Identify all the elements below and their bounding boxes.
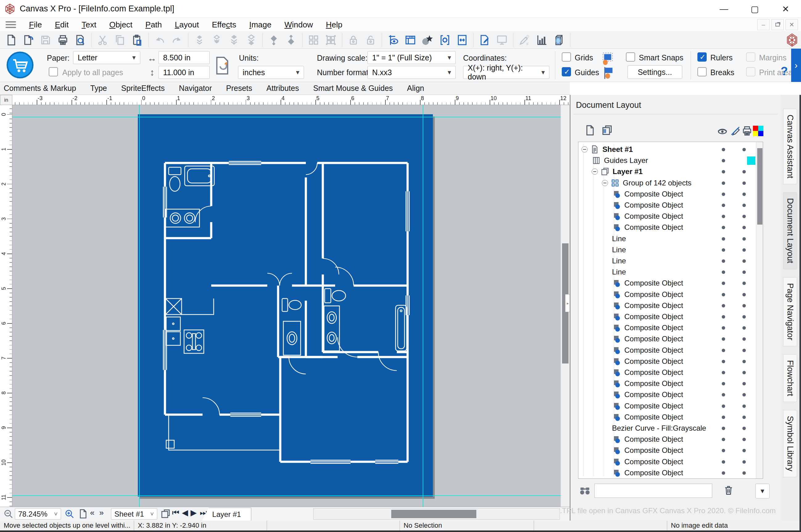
undo-icon[interactable] <box>151 33 168 47</box>
visibility-dot[interactable] <box>722 170 725 173</box>
send-backward-icon[interactable] <box>208 33 225 47</box>
print-dot[interactable] <box>742 170 746 173</box>
menu-layout[interactable]: Layout <box>175 20 199 30</box>
new-sheet-icon[interactable] <box>78 509 88 519</box>
paper-select[interactable]: Letter <box>73 51 140 64</box>
side-tab-document-layout[interactable]: Document Layout <box>783 192 797 269</box>
move-up-one-level-icon[interactable] <box>265 33 283 47</box>
visibility-dot[interactable] <box>722 404 725 408</box>
visibility-dot[interactable] <box>722 460 725 463</box>
tree-row-line[interactable]: Line <box>578 255 756 266</box>
visibility-dot[interactable] <box>722 237 725 241</box>
tree-row-group-of-142-objects[interactable]: Group of 142 objects <box>578 177 756 189</box>
open-document-icon[interactable] <box>20 33 37 47</box>
print-dot[interactable] <box>742 182 746 185</box>
tree-row-composite-object[interactable]: Composite Object <box>578 456 756 467</box>
move-down-one-level-icon[interactable] <box>283 33 300 47</box>
tree-row-composite-object[interactable]: Composite Object <box>578 200 756 211</box>
print-dot[interactable] <box>742 204 746 207</box>
paper-height-input[interactable]: 11.000 in <box>159 66 210 79</box>
save-document-icon[interactable] <box>37 33 54 47</box>
print-dot[interactable] <box>742 304 746 307</box>
tree-row-sheet-1[interactable]: Sheet #1 <box>578 144 756 155</box>
tab-attributes[interactable]: Attributes <box>267 84 299 93</box>
menu-file[interactable]: File <box>29 20 42 30</box>
print-dot[interactable] <box>742 248 746 252</box>
hamburger-icon[interactable] <box>5 21 16 28</box>
visibility-dot[interactable] <box>722 315 725 319</box>
print-dot[interactable] <box>742 438 746 441</box>
print-dot[interactable] <box>742 382 746 385</box>
visibility-dot[interactable] <box>722 148 725 151</box>
print-dot[interactable] <box>742 293 746 296</box>
tree-row-line[interactable]: Line <box>578 233 756 244</box>
side-tab-flowchart[interactable]: Flowchart <box>783 354 797 402</box>
lock-icon[interactable] <box>345 33 362 47</box>
lens-3d-icon[interactable] <box>550 33 568 47</box>
menu-object[interactable]: Object <box>109 20 132 30</box>
tree-row-composite-object[interactable]: Composite Object <box>578 278 756 289</box>
group-objects-icon[interactable] <box>305 33 322 47</box>
tree-row-composite-object[interactable]: Composite Object <box>578 189 756 200</box>
last-sheet-button[interactable]: » <box>99 508 104 517</box>
print-dot[interactable] <box>742 282 746 285</box>
print-dot[interactable] <box>742 360 746 363</box>
tree-row-layer-1[interactable]: Layer #1 <box>578 166 756 177</box>
guide-line-top[interactable] <box>12 117 561 117</box>
layer-search-input[interactable] <box>595 483 712 498</box>
tab-align[interactable]: Align <box>407 84 424 93</box>
canvas-area[interactable] <box>12 105 561 507</box>
print-dot[interactable] <box>742 393 746 397</box>
guides-checkbox[interactable] <box>562 67 571 76</box>
tree-row-composite-object[interactable]: Composite Object <box>578 356 756 367</box>
rulers-checkbox[interactable] <box>697 52 707 62</box>
horizontal-scrollbar[interactable] <box>313 508 560 520</box>
visibility-dot[interactable] <box>722 438 725 441</box>
document-page[interactable] <box>138 114 433 497</box>
grids-checkbox[interactable] <box>562 52 571 62</box>
expand-chevron-button[interactable]: › <box>791 49 801 82</box>
layer-color-icon[interactable] <box>753 126 763 136</box>
store-cart-icon[interactable] <box>6 51 34 79</box>
guide-line-left[interactable] <box>139 105 140 507</box>
tree-row-composite-object[interactable]: Composite Object <box>578 434 756 445</box>
tree-row-composite-object[interactable]: Composite Object <box>578 345 756 356</box>
number-format-select[interactable]: N.xx3 <box>367 66 456 79</box>
tree-row-bezier-curve-fill-grayscale[interactable]: Bezier Curve - Fill:Grayscale <box>578 423 756 434</box>
visibility-dot[interactable] <box>722 371 725 374</box>
tree-row-composite-object[interactable]: Composite Object <box>578 322 756 333</box>
print-dot[interactable] <box>742 471 746 475</box>
side-tab-canvas-assistant[interactable]: Canvas Assistant <box>783 109 797 184</box>
copy-icon[interactable] <box>111 33 129 47</box>
visibility-dot[interactable] <box>722 215 725 218</box>
print-dot[interactable] <box>742 237 746 241</box>
paper-width-input[interactable]: 8.500 in <box>159 51 210 64</box>
find-object-icon[interactable] <box>579 485 591 497</box>
ungroup-objects-icon[interactable] <box>322 33 340 47</box>
panel-window-icon[interactable] <box>402 33 419 47</box>
coordinates-select[interactable]: X(+): right, Y(+): down <box>463 66 549 79</box>
cut-icon[interactable] <box>94 33 111 47</box>
tree-row-composite-object[interactable]: Composite Object <box>578 311 756 322</box>
tab-type[interactable]: Type <box>90 84 107 93</box>
print-column-icon[interactable] <box>741 125 753 137</box>
print-dot[interactable] <box>742 326 746 329</box>
visibility-dot[interactable] <box>722 360 725 363</box>
visibility-dot[interactable] <box>722 349 725 352</box>
menu-effects[interactable]: Effects <box>212 20 236 30</box>
layers-nav-icon[interactable] <box>160 509 171 519</box>
visibility-column-icon[interactable] <box>716 125 728 137</box>
collapse-expander-icon[interactable] <box>581 146 588 152</box>
visibility-dot[interactable] <box>722 192 725 196</box>
doc-close-button[interactable]: ✕ <box>786 19 798 30</box>
rotate-page-icon[interactable] <box>214 56 231 75</box>
first-layer-button[interactable]: ⏮ <box>172 508 179 517</box>
paste-icon[interactable] <box>129 33 146 47</box>
object-properties-icon[interactable] <box>436 33 454 47</box>
data-pen-icon[interactable]: DF <box>516 33 533 47</box>
print-dot[interactable] <box>742 315 746 319</box>
new-document-icon[interactable] <box>2 33 20 47</box>
visibility-tool-icon[interactable] <box>384 33 402 47</box>
tree-row-composite-object[interactable]: Composite Object <box>578 367 756 378</box>
visibility-dot[interactable] <box>722 426 725 430</box>
